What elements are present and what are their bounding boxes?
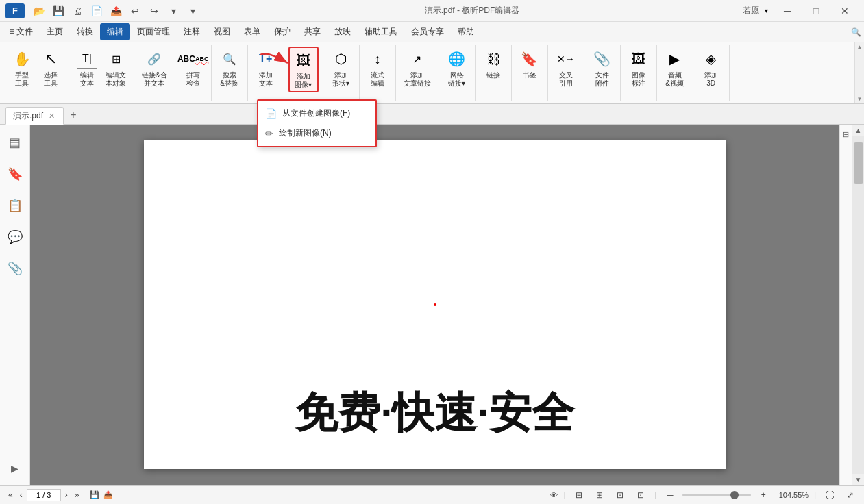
page-first-button[interactable]: « [5,489,16,501]
sidebar-attachments-icon[interactable]: 📎 [4,257,26,279]
sidebar-bookmark-icon[interactable]: 🔖 [4,163,26,185]
view-book-button[interactable]: ⊡ [632,488,649,503]
sidebar-comments-icon[interactable]: 💬 [4,226,26,248]
ribbon-scrollbar[interactable]: ▲ ▼ [854,42,864,103]
sidebar-thumbnail-icon[interactable]: ▤ [4,131,26,153]
zoom-slider-thumb[interactable] [730,491,739,499]
page-number-input[interactable] [27,489,61,501]
quick-access-toolbar: 📂 💾 🖨 📄 📤 ↩ ↪ ▾ ▾ [30,2,201,20]
zoom-in-button[interactable]: + [755,488,772,503]
menu-help[interactable]: 帮助 [451,23,481,40]
menu-share[interactable]: 共享 [297,23,328,40]
print-icon[interactable]: 🖨 [69,2,86,20]
new-tab-button[interactable]: + [64,106,82,124]
save-icon[interactable]: 💾 [49,2,67,20]
audio-video-label: 音频&视频 [665,71,684,88]
bookmark-button[interactable]: 🔖 书签 [516,47,543,81]
add-link-button[interactable]: ↗ 添加文章链接 [400,47,434,90]
sidebar-expand-button[interactable]: ▶ [4,457,26,479]
close-button[interactable]: ✕ [831,1,859,21]
open-icon[interactable]: 📂 [30,2,48,20]
net-link-button[interactable]: 🌐 网络链接▾ [443,47,471,90]
page-last-button[interactable]: » [72,489,82,501]
scroll-down-arrow[interactable]: ▼ [852,474,864,485]
file-attach-label: 文件附件 [595,71,609,88]
menu-file[interactable]: ≡ 文件 [3,23,40,40]
spell-check-button[interactable]: ABCABC 拼写检查 [180,47,207,90]
menu-tools[interactable]: 辅助工具 [358,23,404,40]
menu-view[interactable]: 视图 [207,23,237,40]
edit-text-button[interactable]: T| 编辑文本 [73,47,101,90]
fullscreen-button[interactable]: ⤢ [842,488,859,503]
select-tool-button[interactable]: ↖ 选择工具 [37,47,64,90]
menu-annotation[interactable]: 注释 [177,23,207,40]
menu-convert[interactable]: 转换 [70,23,100,40]
menu-vip[interactable]: 会员专享 [404,23,451,40]
hand-tool-button[interactable]: ✋ 手型工具 [8,47,36,90]
right-panel-icon1[interactable]: ⊟ [841,127,852,141]
add-image-button[interactable]: 🖼 添加图像▾ [288,47,319,92]
quickaccess-dropdown-icon[interactable]: ▾ [164,2,182,20]
ribbon-group-net-link: 🌐 网络链接▾ [439,45,476,101]
add-shape-button[interactable]: ⬡ 添加形状▾ [328,47,355,90]
sidebar-pages-icon[interactable]: 📋 [4,194,26,216]
view-double-button[interactable]: ⊞ [591,488,608,503]
scroll-track[interactable] [852,136,864,474]
window-title: 演示.pdf - 极昕PDF编辑器 [201,5,743,16]
search-replace-label: 搜索&替换 [220,71,238,88]
draw-new-menuitem[interactable]: ✏ 绘制新图像(N) [258,123,375,143]
status-export-icon[interactable]: 📤 [103,490,113,499]
menu-slideshow[interactable]: 放映 [328,23,358,40]
menu-edit[interactable]: 编辑 [100,23,130,40]
ribbon-scroll-down[interactable]: ▼ [856,94,864,103]
tab-close-button[interactable]: ✕ [47,112,56,121]
ribbon-group-flow-edit: ↕ 流式编辑 [360,45,396,101]
redo-icon[interactable]: ↪ [145,2,163,20]
file-attach-button[interactable]: 📎 文件附件 [589,47,616,90]
menu-page-manage[interactable]: 页面管理 [130,23,177,40]
add-text-button[interactable]: T+ 添加文本 [252,47,280,90]
tab-demo-pdf[interactable]: 演示.pdf ✕ [5,107,64,125]
search-button[interactable]: 🔍 [851,27,861,37]
add-3d-button[interactable]: ◈ 添加3D [698,47,725,90]
menu-form[interactable]: 表单 [237,23,267,40]
menu-protect[interactable]: 保护 [267,23,297,40]
page-navigation: « ‹ › » [5,489,82,501]
link-button[interactable]: ⛓ 链接 [480,47,507,81]
add-image-label: 添加图像▾ [295,73,312,89]
link-merge-button[interactable]: 🔗 链接&合并文本 [138,47,171,90]
edit-obj-button[interactable]: ⊞ 编辑文本对象 [102,47,129,90]
audio-video-button[interactable]: ▶ 音频&视频 [661,47,689,90]
ribbon-scroll-up[interactable]: ▲ [856,42,864,51]
net-link-label: 网络链接▾ [448,71,465,88]
flow-edit-button[interactable]: ↕ 流式编辑 [364,47,391,90]
status-save-icon[interactable]: 💾 [90,490,99,499]
zoom-out-button[interactable]: ─ [662,488,678,503]
link-merge-label: 链接&合并文本 [142,71,167,88]
maximize-button[interactable]: □ [802,1,830,21]
export-icon[interactable]: 📤 [107,2,125,20]
view-scroll-button[interactable]: ⊡ [612,488,628,503]
draw-new-icon: ✏ [265,128,273,139]
crossref-button[interactable]: ✕→ 交叉引用 [552,47,580,90]
edit-text-label: 编辑文本 [80,71,94,88]
fit-page-button[interactable]: ⛶ [822,488,838,503]
new-doc-icon[interactable]: 📄 [88,2,106,20]
undo-icon[interactable]: ↩ [126,2,144,20]
page-prev-button[interactable]: ‹ [17,489,25,501]
scroll-up-arrow[interactable]: ▲ [852,125,864,136]
edit-obj-icon: ⊞ [106,49,126,69]
profile-dropdown-icon[interactable]: ▾ [765,7,768,14]
minimize-button[interactable]: ─ [774,1,801,21]
hand-icon: ✋ [12,49,32,69]
crossref-icon: ✕→ [556,49,576,69]
scroll-thumb[interactable] [854,142,863,184]
search-replace-button[interactable]: 🔍 搜索&替换 [216,47,243,90]
from-file-menuitem[interactable]: 📄 从文件创建图像(F) [258,103,375,123]
image-mark-button[interactable]: 🖼 图像标注 [625,47,652,90]
page-next-button[interactable]: › [62,489,71,501]
view-single-button[interactable]: ⊟ [571,488,587,503]
zoom-slider[interactable] [682,494,751,496]
menu-home[interactable]: 主页 [40,23,70,40]
more-dropdown-icon[interactable]: ▾ [184,2,201,20]
